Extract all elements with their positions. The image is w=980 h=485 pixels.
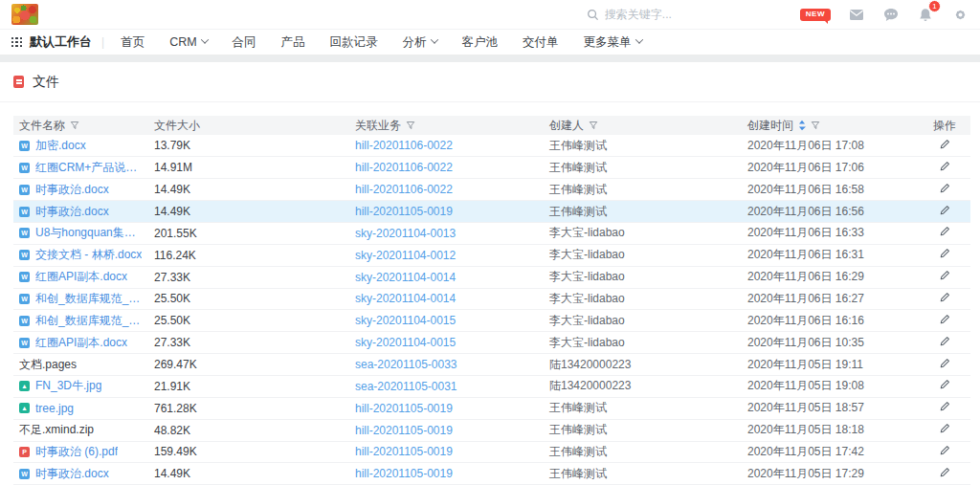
edit-button[interactable] <box>939 248 950 259</box>
nav-item-交付单[interactable]: 交付单 <box>510 34 571 51</box>
nav-item-label: 分析 <box>403 34 427 51</box>
edit-button[interactable] <box>939 226 950 237</box>
creator-name: 李大宝-lidabao <box>549 292 625 305</box>
created-time: 2020年11月06日 16:29 <box>747 270 864 283</box>
file-size: 27.33K <box>154 336 190 349</box>
chevron-down-icon <box>430 35 437 43</box>
creator-name: 王伟峰测试 <box>549 205 607 218</box>
file-size: 116.24K <box>154 249 196 262</box>
related-business-link[interactable]: sea-20201105-0033 <box>355 358 457 371</box>
edit-button[interactable] <box>939 358 950 369</box>
edit-button[interactable] <box>939 423 950 434</box>
table-row: P时事政治 (6).pdf159.49Khill-20201105-0019王伟… <box>13 441 970 463</box>
filter-icon[interactable] <box>406 121 415 130</box>
file-name-link[interactable]: 红圈CRM+产品说明201901_前端... <box>35 160 143 176</box>
edit-button[interactable] <box>939 205 950 216</box>
global-search[interactable] <box>587 8 748 21</box>
edit-button[interactable] <box>939 183 950 194</box>
related-business-link[interactable]: sky-20201104-0014 <box>355 271 456 284</box>
file-size: 25.50K <box>154 314 190 327</box>
file-name-link[interactable]: 红圈API副本.docx <box>35 269 127 285</box>
file-name-link[interactable]: 交接文档 - 林桥.docx <box>35 247 142 263</box>
related-business-link[interactable]: sea-20201105-0031 <box>355 380 457 393</box>
nav-item-回款记录[interactable]: 回款记录 <box>318 34 390 51</box>
related-business-link[interactable]: hill-20201106-0022 <box>355 139 453 152</box>
table-row: ▲tree.jpg761.28Khill-20201105-0019王伟峰测试2… <box>13 397 970 419</box>
related-business-link[interactable]: hill-20201105-0019 <box>355 205 453 218</box>
column-header-关联业务[interactable]: 关联业务 <box>349 116 544 135</box>
edit-button[interactable] <box>939 161 950 172</box>
table-row: W和创_数据库规范_20171124.doc25.50Ksky-20201104… <box>13 310 970 332</box>
filter-icon[interactable] <box>811 121 820 130</box>
edit-button[interactable] <box>939 139 950 150</box>
edit-button[interactable] <box>939 445 950 456</box>
nav-item-首页[interactable]: 首页 <box>108 34 157 51</box>
created-time: 2020年11月05日 19:11 <box>747 358 863 371</box>
column-header-文件名称[interactable]: 文件名称 <box>13 116 148 135</box>
nav-item-更多菜单[interactable]: 更多菜单 <box>571 34 655 51</box>
nav-item-CRM[interactable]: CRM <box>157 35 219 49</box>
nav-item-产品[interactable]: 产品 <box>269 34 318 51</box>
file-name-link[interactable]: 和创_数据库规范_20171124.doc <box>35 291 143 307</box>
page-header: 文件 <box>0 62 980 102</box>
file-name-link[interactable]: 时事政治.docx <box>35 182 109 198</box>
new-badge[interactable]: NEW <box>800 9 831 21</box>
file-name-link[interactable]: 加密.docx <box>35 138 86 154</box>
related-business-link[interactable]: hill-20201105-0019 <box>355 424 453 437</box>
edit-button[interactable] <box>939 336 950 347</box>
edit-button[interactable] <box>939 467 950 478</box>
nav-item-label: 回款记录 <box>330 34 378 51</box>
file-name-link[interactable]: tree.jpg <box>35 402 74 415</box>
related-business-link[interactable]: sky-20201104-0015 <box>355 336 456 349</box>
bell-icon[interactable]: 1 <box>917 6 934 23</box>
main-content: 文件 文件名称文件大小关联业务创建人创建时间操作 W加密.docx13.79Kh… <box>0 62 980 485</box>
file-name-link[interactable]: U8与hongquan集成方案.docx <box>35 225 143 241</box>
mail-icon[interactable] <box>848 6 865 23</box>
column-label: 关联业务 <box>355 118 401 134</box>
file-name-link[interactable]: FN_3D牛.jpg <box>35 378 101 394</box>
word-file-icon: W <box>19 185 30 195</box>
sort-icon[interactable] <box>798 120 806 131</box>
related-business-link[interactable]: hill-20201106-0022 <box>355 183 453 196</box>
creator-name: 王伟峰测试 <box>549 467 607 480</box>
column-header-创建人[interactable]: 创建人 <box>544 116 742 135</box>
related-business-link[interactable]: hill-20201106-0022 <box>355 161 453 174</box>
filter-icon[interactable] <box>70 121 79 130</box>
nav-bar: 默认工作台 | 首页CRM合同产品回款记录分析客户池交付单更多菜单 <box>0 30 980 55</box>
edit-button[interactable] <box>939 292 950 303</box>
edit-button[interactable] <box>939 401 950 412</box>
table-row: W红圈API副本.docx27.33Ksky-20201104-0014李大宝-… <box>13 266 970 288</box>
edit-button[interactable] <box>939 314 950 325</box>
nav-item-合同[interactable]: 合同 <box>220 34 269 51</box>
file-name-link[interactable]: 和创_数据库规范_20171124.doc <box>35 313 143 329</box>
word-file-icon: W <box>19 250 30 260</box>
created-time: 2020年11月05日 18:57 <box>747 401 864 414</box>
edit-button[interactable] <box>939 379 950 390</box>
creator-name: 李大宝-lidabao <box>549 336 625 349</box>
related-business-link[interactable]: hill-20201105-0019 <box>355 467 453 480</box>
app-launcher-icon[interactable] <box>11 37 22 48</box>
search-input[interactable] <box>605 8 748 21</box>
company-logo[interactable] <box>11 4 38 25</box>
related-business-link[interactable]: sky-20201104-0014 <box>355 292 456 305</box>
file-name-link[interactable]: 时事政治 (6).pdf <box>35 444 118 460</box>
word-file-icon: W <box>19 272 30 282</box>
file-name-link[interactable]: 红圈API副本.docx <box>35 335 127 351</box>
related-business-link[interactable]: sky-20201104-0012 <box>355 249 456 262</box>
gear-icon[interactable] <box>951 6 969 23</box>
related-business-link[interactable]: sky-20201104-0013 <box>355 227 456 240</box>
file-name-link[interactable]: 时事政治.docx <box>35 204 109 220</box>
file-name-link[interactable]: 时事政治.docx <box>35 466 109 482</box>
creator-name: 李大宝-lidabao <box>549 248 625 261</box>
related-business-link[interactable]: sky-20201104-0015 <box>355 314 456 327</box>
nav-item-客户池[interactable]: 客户池 <box>450 34 511 51</box>
related-business-link[interactable]: hill-20201105-0019 <box>355 402 453 415</box>
filter-icon[interactable] <box>589 121 598 130</box>
chat-icon[interactable] <box>882 6 900 23</box>
workspace-title[interactable]: 默认工作台 <box>30 33 92 51</box>
related-business-link[interactable]: hill-20201105-0019 <box>355 445 453 458</box>
edit-button[interactable] <box>939 270 950 281</box>
column-header-创建时间[interactable]: 创建时间 <box>742 116 919 135</box>
nav-item-分析[interactable]: 分析 <box>390 34 450 51</box>
word-file-icon: W <box>19 163 30 173</box>
